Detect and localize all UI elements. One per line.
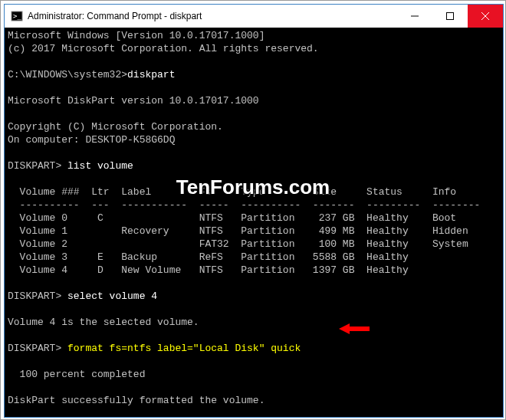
diskpart-prompt: DISKPART> (8, 160, 67, 172)
cmd-diskpart: diskpart (127, 69, 175, 80)
screenshot-frame: >_ Administrator: Command Prompt - diskp… (0, 0, 506, 420)
table-row: Volume 2 FAT32 Partition 100 MB Healthy … (8, 238, 468, 250)
table-separator: ---------- --- ----------- ----- -------… (8, 199, 480, 211)
window-controls (397, 5, 503, 28)
diskpart-copyright: Copyright (C) Microsoft Corporation. (8, 121, 223, 133)
svg-text:>_: >_ (13, 12, 21, 20)
window-title: Administrator: Command Prompt - diskpart (28, 11, 202, 21)
table-row: Volume 0 C NTFS Partition 237 GB Healthy… (8, 212, 456, 224)
table-row: Volume 3 E Backup ReFS Partition 5588 GB… (8, 251, 409, 263)
table-row: Volume 1 Recovery NTFS Partition 499 MB … (8, 225, 468, 237)
computer-name: On computer: DESKTOP-K58G6DQ (8, 134, 175, 146)
table-header: Volume ### Ltr Label Fs Type Size Status… (8, 186, 456, 198)
os-version-line: Microsoft Windows [Version 10.0.17017.10… (8, 30, 264, 41)
diskpart-prompt: DISKPART> (8, 290, 67, 302)
titlebar[interactable]: >_ Administrator: Command Prompt - diskp… (5, 5, 503, 28)
cmd-format: format fs=ntfs label="Local Disk" quick (67, 343, 301, 354)
cmd-list-volume: list volume (67, 160, 133, 172)
maximize-button[interactable] (432, 5, 468, 28)
diskpart-prompt: DISKPART> (8, 343, 67, 354)
progress-line: 100 percent completed (8, 369, 145, 380)
copyright-line: (c) 2017 Microsoft Corporation. All righ… (8, 43, 319, 54)
cmd-select-volume: select volume 4 (67, 290, 157, 302)
command-prompt-window: >_ Administrator: Command Prompt - diskp… (4, 4, 504, 418)
terminal-content[interactable]: Microsoft Windows [Version 10.0.17017.10… (5, 28, 503, 417)
diskpart-version: Microsoft DiskPart version 10.0.17017.10… (8, 95, 259, 107)
table-row: Volume 4 D New Volume NTFS Partition 139… (8, 264, 409, 276)
prompt-path: C:\WINDOWS\system32> (8, 69, 127, 80)
close-button[interactable] (468, 5, 503, 28)
format-result: DiskPart successfully formatted the volu… (8, 395, 264, 406)
svg-rect-3 (447, 13, 454, 20)
minimize-button[interactable] (397, 5, 432, 28)
cmd-icon: >_ (11, 10, 23, 22)
select-result: Volume 4 is the selected volume. (8, 317, 199, 328)
